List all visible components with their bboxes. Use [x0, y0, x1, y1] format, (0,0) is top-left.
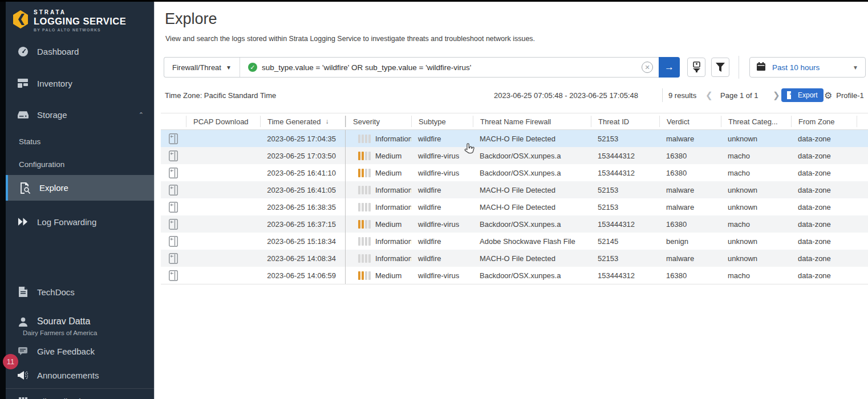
- severity-bars-icon: [358, 254, 371, 263]
- cell-threat-id: 52153: [591, 198, 659, 215]
- table-row[interactable]: 2023-06-25 14:06:59 Medium wildfire-viru…: [161, 267, 868, 284]
- severity-label: Informational: [375, 186, 411, 194]
- table-row[interactable]: 2023-06-25 16:37:15 Medium wildfire-viru…: [161, 215, 868, 233]
- sidebar-item-inventory[interactable]: Inventory: [6, 72, 154, 95]
- cell-overflow: [857, 215, 868, 233]
- pcap-view-cell[interactable]: [161, 233, 186, 250]
- cell-threat-category: unknown: [721, 198, 791, 215]
- sidebar-item-label: Dashboard: [37, 47, 79, 56]
- cell-verdict: benign: [659, 233, 721, 250]
- cell-subtype: wildfire: [411, 130, 473, 147]
- profile-button[interactable]: ⚙ Profile-1: [824, 90, 864, 101]
- cell-from-zone: data-zone: [791, 215, 857, 233]
- pcap-view-cell[interactable]: [161, 215, 186, 233]
- table-row[interactable]: 2023-06-25 16:41:05 Informational wildfi…: [161, 181, 868, 198]
- severity-label: Informational: [375, 254, 411, 263]
- table-row[interactable]: 2023-06-25 17:04:35 Informational wildfi…: [161, 130, 868, 147]
- header-overflow: [857, 116, 868, 127]
- table-row[interactable]: 2023-06-25 14:08:34 Informational wildfi…: [161, 250, 868, 267]
- cell-subtype: wildfire: [411, 233, 473, 250]
- header-from-zone[interactable]: From Zone: [791, 116, 857, 127]
- pcap-view-cell[interactable]: [161, 130, 186, 147]
- header-pcap-download[interactable]: PCAP Download: [186, 116, 260, 127]
- export-icon: [787, 91, 794, 99]
- page-next-icon[interactable]: ❯: [773, 90, 780, 100]
- pcap-view-cell[interactable]: [161, 164, 186, 181]
- header-verdict[interactable]: Verdict: [659, 116, 721, 127]
- cell-pcap-download: [186, 181, 260, 198]
- sidebar-item-give-feedback[interactable]: Give Feedback: [6, 341, 154, 361]
- log-type-select[interactable]: Firewall/Threat ▼: [164, 58, 240, 77]
- header-subtype[interactable]: Subtype: [411, 116, 473, 127]
- sidebar-left-strip: [0, 0, 6, 399]
- cell-threat-category: macho: [721, 215, 791, 233]
- query-input[interactable]: sub_type.value = 'wildfire' OR sub_type.…: [262, 63, 636, 72]
- sidebar-item-dashboard[interactable]: Dashboard: [6, 40, 154, 63]
- filter-button[interactable]: [711, 58, 729, 77]
- cell-severity: Medium: [346, 215, 411, 233]
- cell-threat-name: Backdoor/OSX.xunpes.a: [473, 215, 591, 233]
- sidebar-item-techdocs[interactable]: TechDocs: [6, 280, 154, 303]
- time-range-select[interactable]: Past 10 hours ▼: [749, 57, 866, 78]
- cell-overflow: [857, 267, 868, 284]
- sidebar-item-explore[interactable]: Explore: [6, 175, 154, 201]
- clear-query-icon[interactable]: ✕: [642, 62, 653, 73]
- cell-overflow: [857, 147, 868, 164]
- table-row[interactable]: 2023-06-25 17:03:50 Medium wildfire-viru…: [161, 147, 868, 164]
- cell-verdict: 16380: [659, 215, 721, 233]
- sidebar-subitem-label: Status: [19, 137, 40, 146]
- cell-time-generated: 2023-06-25 16:37:15: [260, 215, 346, 233]
- view-log-icon: [169, 168, 178, 178]
- cell-from-zone: data-zone: [791, 250, 857, 267]
- results-count: 9 results: [668, 91, 696, 100]
- header-threat-category[interactable]: Threat Categ...: [721, 116, 791, 127]
- cell-threat-id: 153444312: [591, 147, 659, 164]
- sort-desc-icon: ↓: [325, 117, 328, 125]
- cell-severity: Medium: [346, 267, 411, 284]
- view-log-icon: [169, 150, 178, 161]
- cell-threat-category: macho: [721, 147, 791, 164]
- pcap-view-cell[interactable]: [161, 267, 186, 284]
- cell-time-generated: 2023-06-25 15:18:34: [260, 233, 346, 250]
- pcap-view-cell[interactable]: [161, 181, 186, 198]
- cell-time-generated: 2023-06-25 16:41:05: [260, 181, 346, 198]
- pcap-view-cell[interactable]: [161, 250, 186, 267]
- sidebar-item-label: Storage: [37, 110, 67, 120]
- header-severity[interactable]: Severity: [346, 116, 411, 127]
- profile-label: Profile-1: [836, 91, 863, 100]
- table-row[interactable]: 2023-06-25 15:18:34 Informational wildfi…: [161, 233, 868, 250]
- cell-verdict: malware: [659, 130, 721, 147]
- cell-time-generated: 2023-06-25 17:03:50: [260, 147, 346, 164]
- view-log-icon: [169, 185, 178, 196]
- cell-verdict: 16380: [659, 164, 721, 181]
- cell-threat-name: MACH-O File Detected: [473, 130, 591, 147]
- pcap-view-cell[interactable]: [161, 147, 186, 164]
- header-time-generated[interactable]: Time Generated↓: [260, 116, 346, 127]
- cell-threat-id: 52153: [591, 181, 659, 198]
- severity-label: Informational: [375, 135, 411, 143]
- dashboard-icon: [17, 46, 29, 57]
- page-title: Explore: [165, 10, 217, 28]
- header-threat-name[interactable]: Threat Name Firewall: [473, 116, 591, 127]
- run-query-button[interactable]: →: [659, 57, 680, 78]
- header-threat-id[interactable]: Threat ID: [591, 116, 659, 127]
- severity-bars-icon: [358, 271, 371, 280]
- table-row[interactable]: 2023-06-25 16:38:35 Informational wildfi…: [161, 198, 868, 215]
- chevron-up-icon[interactable]: ⌃: [139, 111, 144, 119]
- sidebar-item-configuration[interactable]: Configuration: [6, 155, 154, 173]
- sidebar-item-announcements[interactable]: Announcements: [6, 365, 154, 385]
- timezone-label: Time Zone: Pacific Standard Time: [165, 91, 276, 100]
- table-row[interactable]: 2023-06-25 16:41:10 Medium wildfire-viru…: [161, 164, 868, 181]
- cell-threat-category: unknown: [721, 181, 791, 198]
- sidebar-item-status[interactable]: Status: [6, 132, 154, 150]
- toolbar-divider: [739, 56, 739, 79]
- page-prev-icon[interactable]: ❮: [705, 90, 713, 100]
- sidebar-item-storage[interactable]: Storage ⌃: [6, 103, 154, 126]
- table-body: 2023-06-25 17:04:35 Informational wildfi…: [161, 130, 868, 284]
- sidebar-item-log-forwarding[interactable]: Log Forwarding: [6, 210, 154, 233]
- sidebar-item-all-applications[interactable]: All Applications: [6, 390, 154, 399]
- export-button[interactable]: Export: [781, 88, 824, 102]
- saved-queries-button[interactable]: [687, 58, 705, 77]
- cell-pcap-download: [186, 267, 260, 284]
- pcap-view-cell[interactable]: [161, 198, 186, 215]
